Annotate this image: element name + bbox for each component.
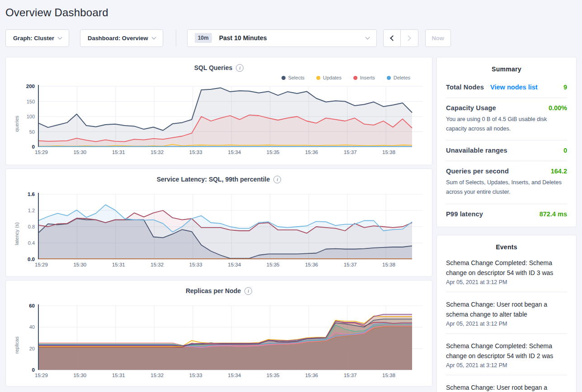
- summary-value: 872.4 ms: [540, 210, 567, 218]
- svg-text:0.4: 0.4: [28, 240, 35, 246]
- summary-description: You are using 0 B of 4.5 GiB usable disk…: [446, 115, 567, 133]
- svg-text:200: 200: [26, 84, 35, 89]
- time-range-picker[interactable]: 10m Past 10 Minutes: [187, 29, 377, 47]
- event-timestamp: Apr 05, 2021 at 3:12 PM: [446, 362, 567, 369]
- svg-text:15:34: 15:34: [228, 373, 241, 378]
- dashboard-dropdown[interactable]: Dashboard: Overview: [80, 29, 163, 47]
- side-column: Summary Total Nodes View nodes list 9 Ca…: [436, 57, 577, 392]
- svg-text:15:29: 15:29: [35, 149, 48, 155]
- chart-title-row: Service Latency: SQL, 99th percentile i: [13, 174, 425, 184]
- y-axis-label: latency (s): [13, 191, 20, 269]
- divider: [446, 98, 567, 98]
- divider: [446, 292, 567, 292]
- page-title: Overview Dashboard: [5, 6, 582, 19]
- legend-dot: [282, 76, 286, 80]
- chart-title: SQL Queries: [194, 64, 233, 71]
- svg-text:0.8: 0.8: [28, 224, 35, 229]
- chart-legend: Selects Updates Inserts Deletes: [13, 74, 425, 82]
- event-item[interactable]: Schema Change Completed: Schema change o…: [446, 258, 567, 285]
- summary-label: Queries per second: [446, 168, 509, 175]
- event-timestamp: Apr 05, 2021 at 3:12 PM: [446, 279, 567, 285]
- svg-text:15:36: 15:36: [305, 262, 318, 267]
- sql-queries-chart: 05010015020015:2915:3015:3115:3215:3315:…: [20, 83, 424, 157]
- summary-row-unavailable-ranges: Unavailable ranges 0: [446, 147, 567, 154]
- service-latency-chart-panel: Service Latency: SQL, 99th percentile i …: [5, 168, 432, 277]
- svg-text:15:33: 15:33: [189, 149, 202, 155]
- service-latency-chart: 0.00.40.81.21.615:2915:3015:3115:3215:33…: [20, 191, 424, 269]
- dashboard-controls: Graph: Cluster Dashboard: Overview 10m P…: [5, 29, 577, 47]
- event-item[interactable]: Schema Change: User root began a schema …: [446, 299, 567, 327]
- svg-text:15:33: 15:33: [189, 262, 202, 267]
- summary-row-p99-latency: P99 latency 872.4 ms: [446, 210, 567, 218]
- event-item[interactable]: Schema Change: User root began a schema …: [446, 383, 567, 392]
- legend-label: Updates: [323, 75, 342, 80]
- legend-dot: [316, 76, 320, 80]
- summary-label: Total Nodes: [446, 84, 484, 91]
- legend-label: Selects: [288, 75, 305, 80]
- chart-body: queries 05010015020015:2915:3015:3115:32…: [13, 83, 425, 157]
- legend-dot: [353, 76, 357, 80]
- replicas-per-node-chart-panel: Replicas per Node i replicas 020406015:2…: [5, 280, 432, 387]
- chart-body: latency (s) 0.00.40.81.21.615:2915:3015:…: [13, 191, 425, 269]
- chart-title-row: Replicas per Node i: [13, 286, 425, 296]
- divider: [446, 161, 567, 161]
- info-icon[interactable]: i: [244, 287, 252, 295]
- chevron-down-icon: [58, 35, 62, 39]
- legend-item-selects[interactable]: Selects: [282, 75, 305, 80]
- svg-text:20: 20: [29, 346, 35, 351]
- event-item[interactable]: Schema Change Completed: Schema change o…: [446, 341, 567, 369]
- summary-value: 0: [563, 147, 567, 154]
- y-axis-label: queries: [13, 83, 20, 157]
- summary-description: Sum of Selects, Updates, Inserts, and De…: [446, 178, 567, 196]
- charts-column: SQL Queries i Selects Updates Inserts De…: [5, 57, 432, 387]
- replicas-per-node-chart: 020406015:2915:3015:3115:3215:3315:3415:…: [20, 302, 424, 380]
- event-timestamp: Apr 05, 2021 at 3:12 PM: [446, 321, 567, 327]
- chevron-right-icon: [405, 35, 411, 41]
- svg-text:15:31: 15:31: [112, 149, 125, 155]
- graph-dropdown[interactable]: Graph: Cluster: [5, 29, 69, 47]
- legend-label: Inserts: [360, 75, 375, 80]
- svg-text:40: 40: [29, 324, 35, 330]
- svg-text:15:32: 15:32: [150, 373, 164, 378]
- svg-text:50: 50: [29, 129, 35, 135]
- sql-queries-chart-panel: SQL Queries i Selects Updates Inserts De…: [5, 57, 432, 165]
- chart-title: Replicas per Node: [186, 287, 241, 294]
- divider: [446, 375, 567, 375]
- event-message: Schema Change Completed: Schema change o…: [446, 341, 567, 361]
- range-label: Past 10 Minutes: [219, 34, 267, 42]
- svg-text:15:29: 15:29: [35, 373, 48, 378]
- chevron-down-icon: [151, 35, 156, 39]
- legend-item-deletes[interactable]: Deletes: [387, 75, 410, 80]
- chart-title-row: SQL Queries i: [13, 63, 425, 73]
- now-button[interactable]: Now: [425, 29, 451, 47]
- svg-text:15:37: 15:37: [344, 262, 357, 267]
- svg-text:15:38: 15:38: [382, 149, 395, 155]
- svg-text:15:34: 15:34: [228, 262, 241, 267]
- event-message: Schema Change Completed: Schema change o…: [446, 258, 567, 278]
- events-title: Events: [446, 243, 567, 251]
- summary-label: P99 latency: [446, 210, 483, 218]
- divider: [446, 333, 567, 334]
- svg-text:15:38: 15:38: [382, 373, 395, 378]
- event-message: Schema Change: User root began a schema …: [446, 383, 567, 392]
- legend-label: Deletes: [394, 75, 410, 80]
- info-icon[interactable]: i: [273, 176, 281, 183]
- legend-item-inserts[interactable]: Inserts: [353, 75, 375, 80]
- info-icon[interactable]: i: [236, 64, 244, 72]
- divider: [446, 204, 567, 204]
- event-message: Schema Change: User root began a schema …: [446, 299, 567, 319]
- next-range-button[interactable]: [401, 29, 418, 47]
- y-axis-label: replicas: [13, 302, 20, 380]
- prev-range-button[interactable]: [383, 29, 401, 47]
- svg-text:15:36: 15:36: [305, 149, 318, 155]
- view-nodes-list-link[interactable]: View nodes list: [490, 84, 538, 91]
- dashboard-dropdown-label: Dashboard: Overview: [88, 35, 148, 42]
- legend-item-updates[interactable]: Updates: [316, 75, 342, 80]
- svg-text:15:34: 15:34: [228, 149, 241, 155]
- svg-text:0: 0: [32, 144, 35, 149]
- svg-text:1.6: 1.6: [28, 191, 35, 197]
- svg-text:15:35: 15:35: [267, 149, 280, 155]
- svg-text:15:38: 15:38: [382, 262, 395, 267]
- events-panel: Events Schema Change Completed: Schema c…: [436, 235, 577, 392]
- summary-value: 164.2: [551, 168, 567, 175]
